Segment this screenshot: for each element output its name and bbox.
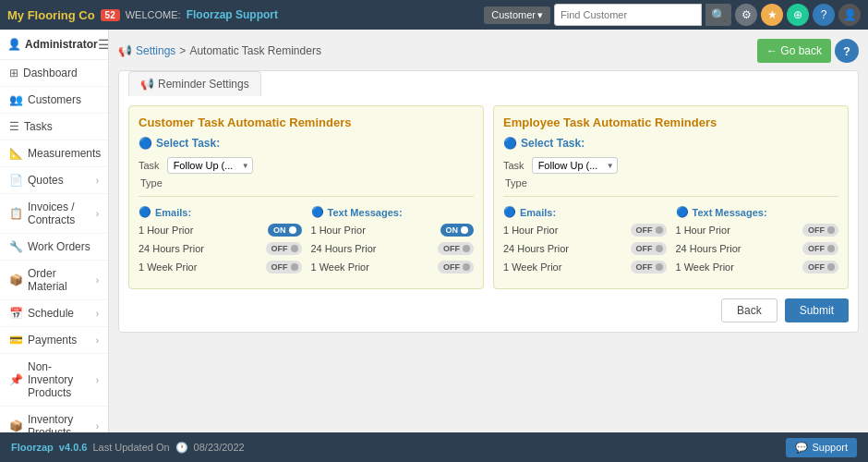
- sidebar-item-tasks[interactable]: ☰Tasks: [0, 114, 108, 140]
- sidebar-item-invoices[interactable]: 📋Invoices / Contracts ›: [0, 194, 108, 234]
- select-task-icon: 🔵: [139, 137, 152, 150]
- panel-tab-label: Reminder Settings: [158, 78, 249, 91]
- toggle-off-label: OFF: [636, 225, 653, 235]
- search-input[interactable]: [554, 4, 702, 26]
- emp-text-toggle-0[interactable]: OFF: [802, 224, 838, 237]
- customer-email-toggle-2[interactable]: OFF: [266, 261, 302, 274]
- customer-text-toggle-0[interactable]: ON: [440, 224, 475, 237]
- employee-select-task-header: 🔵 Select Task:: [503, 137, 838, 150]
- customer-text-title: 🔵 Text Messages:: [311, 206, 475, 218]
- toggle-off-label: OFF: [443, 262, 460, 272]
- customer-text-label-1: 24 Hours Prior: [311, 243, 377, 254]
- sidebar-item-dashboard[interactable]: ⊞Dashboard: [0, 60, 108, 87]
- sidebar-item-schedule[interactable]: 📅Schedule ›: [0, 300, 108, 327]
- customer-email-toggle-1[interactable]: OFF: [266, 242, 302, 255]
- emp-text-row-0: 1 Hour Prior OFF: [676, 224, 839, 237]
- sidebar-item-inventory[interactable]: 📦Inventory Products ›: [0, 407, 108, 432]
- globe-icon-btn[interactable]: ⊕: [787, 4, 809, 26]
- customer-text-row-2: 1 Week Prior OFF: [311, 261, 475, 274]
- toggle-on-label: ON: [446, 225, 459, 235]
- employee-text-title: 🔵 Text Messages:: [676, 206, 839, 218]
- sidebar-user: 👤 Administrator: [7, 38, 98, 51]
- emp-text-label-1: 24 Hours Prior: [676, 243, 741, 254]
- emp-text-label-0: 1 Hour Prior: [676, 225, 730, 236]
- customer-select-task-header: 🔵 Select Task:: [139, 137, 474, 150]
- sidebar-item-customers[interactable]: 👥Customers: [0, 87, 108, 114]
- sidebar-item-measurements[interactable]: 📐Measurements: [0, 140, 108, 167]
- submit-button[interactable]: Submit: [785, 298, 849, 322]
- toggle-dot: [289, 226, 296, 234]
- breadcrumb-current: Automatic Task Reminders: [189, 44, 321, 57]
- emp-emails-icon: 🔵: [503, 206, 516, 218]
- customer-emails-col: 🔵 Emails: 1 Hour Prior ON: [139, 206, 302, 279]
- customer-text-toggle-1[interactable]: OFF: [438, 242, 474, 255]
- sidebar-item-workorders[interactable]: 🔧Work Orders: [0, 234, 108, 261]
- emp-email-label-2: 1 Week Prior: [503, 261, 561, 273]
- toggle-dot: [291, 245, 298, 252]
- user-name[interactable]: Floorzap Support: [187, 8, 278, 21]
- emp-email-row-1: 24 Hours Prior OFF: [503, 242, 667, 255]
- sidebar-header: 👤 Administrator ☰: [0, 30, 108, 60]
- content-area: 📢 Settings > Automatic Task Reminders ← …: [109, 30, 868, 432]
- toggle-off-label: OFF: [443, 244, 460, 253]
- breadcrumb-separator: >: [179, 44, 186, 57]
- star-icon-btn[interactable]: ★: [761, 4, 783, 26]
- emp-email-row-0: 1 Hour Prior OFF: [503, 224, 667, 237]
- emp-text-icon: 🔵: [676, 206, 689, 218]
- header-btns: ← Go back ?: [757, 39, 859, 63]
- customer-button[interactable]: Customer ▾: [484, 6, 550, 24]
- footer-date: 08/23/2022: [194, 442, 245, 453]
- panel-card: 📢 Reminder Settings Customer Task Automa…: [118, 70, 859, 333]
- customer-email-row-1: 24 Hours Prior OFF: [139, 242, 302, 255]
- customer-sub-cols: 🔵 Emails: 1 Hour Prior ON: [139, 206, 474, 279]
- customer-type-label: Type: [140, 177, 163, 188]
- emp-email-toggle-2[interactable]: OFF: [631, 261, 667, 274]
- sidebar-item-noninventory[interactable]: 📌Non-Inventory Products ›: [0, 354, 108, 407]
- emp-text-toggle-1[interactable]: OFF: [802, 242, 838, 255]
- footer-left: Floorzap v4.0.6 Last Updated On 🕐 08/23/…: [11, 442, 245, 454]
- user-icon-btn[interactable]: 👤: [838, 4, 861, 26]
- sidebar-item-payments[interactable]: 💳Payments ›: [0, 327, 108, 354]
- customer-text-col: 🔵 Text Messages: 1 Hour Prior ON: [311, 206, 475, 279]
- customer-task-row: Task Follow Up (...: [139, 157, 474, 174]
- support-button[interactable]: 💬 Support: [786, 438, 857, 457]
- toggle-dot: [827, 263, 835, 271]
- customer-email-row-0: 1 Hour Prior ON: [139, 224, 302, 237]
- customer-panel-title: Customer Task Automatic Reminders: [139, 116, 474, 129]
- settings-icon-btn[interactable]: ⚙: [735, 4, 757, 26]
- toggle-dot: [291, 263, 298, 271]
- go-back-button[interactable]: ← Go back: [757, 39, 831, 63]
- back-button[interactable]: Back: [721, 298, 778, 322]
- customer-email-label-2: 1 Week Prior: [139, 261, 197, 273]
- sidebar-item-quotes[interactable]: 📄Quotes ›: [0, 167, 108, 194]
- breadcrumb-settings-link[interactable]: Settings: [136, 44, 175, 57]
- clock-icon: 🕐: [175, 442, 188, 454]
- customer-task-label: Task: [139, 160, 160, 171]
- sidebar-toggle-btn[interactable]: ☰: [98, 37, 109, 52]
- help-button[interactable]: ?: [835, 39, 859, 63]
- emp-text-row-1: 24 Hours Prior OFF: [676, 242, 839, 255]
- toggle-dot: [463, 245, 470, 252]
- customer-email-toggle-0[interactable]: ON: [268, 224, 302, 237]
- emp-email-toggle-1[interactable]: OFF: [631, 242, 667, 255]
- help-icon-btn[interactable]: ?: [813, 4, 835, 26]
- employee-emails-col: 🔵 Emails: 1 Hour Prior OFF: [503, 206, 667, 279]
- search-button[interactable]: 🔍: [705, 4, 731, 26]
- action-row: Back Submit: [128, 298, 849, 322]
- footer: Floorzap v4.0.6 Last Updated On 🕐 08/23/…: [0, 432, 868, 462]
- emp-email-row-2: 1 Week Prior OFF: [503, 261, 667, 274]
- emp-text-toggle-2[interactable]: OFF: [802, 261, 838, 274]
- breadcrumb-icon: 📢: [118, 44, 132, 57]
- employee-task-select[interactable]: Follow Up (...: [532, 157, 618, 174]
- sidebar-item-ordermaterial[interactable]: 📦Order Material ›: [0, 261, 108, 300]
- app-logo: My Flooring Co: [7, 8, 95, 22]
- emp-email-toggle-0[interactable]: OFF: [631, 224, 667, 237]
- customer-task-select[interactable]: Follow Up (...: [167, 157, 253, 174]
- notification-badge[interactable]: 52: [101, 9, 120, 21]
- customer-email-label-0: 1 Hour Prior: [139, 225, 193, 236]
- sidebar: 👤 Administrator ☰ ⊞Dashboard 👥Customers …: [0, 30, 109, 432]
- employee-sub-cols: 🔵 Emails: 1 Hour Prior OFF: [503, 206, 838, 279]
- toggle-off-label: OFF: [808, 225, 825, 235]
- employee-task-select-wrapper: Follow Up (...: [532, 157, 618, 174]
- customer-text-toggle-2[interactable]: OFF: [438, 261, 474, 274]
